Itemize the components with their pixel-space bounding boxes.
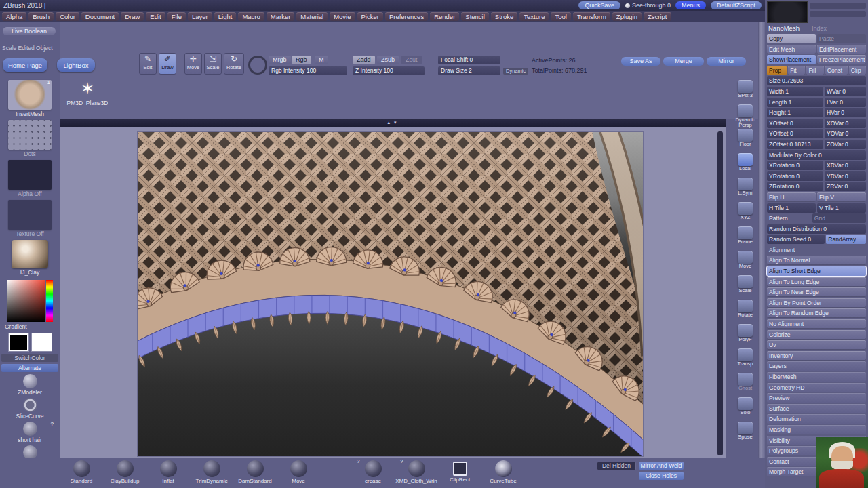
canvas-area[interactable]: [60, 119, 726, 458]
menu-file[interactable]: File: [167, 12, 186, 21]
brush-move[interactable]: Move: [277, 460, 320, 484]
length-1[interactable]: Length 1: [767, 98, 823, 107]
brush-preview-icon[interactable]: [248, 56, 267, 75]
rgb-button[interactable]: Rgb: [292, 56, 311, 64]
dynamic-toggle[interactable]: Dynamic: [503, 68, 528, 75]
yovar-0[interactable]: YOVar 0: [825, 129, 866, 138]
mirror-button[interactable]: Mirror: [707, 57, 746, 66]
draw-size-slider[interactable]: Draw Size 2: [438, 66, 500, 75]
menu-stencil[interactable]: Stencil: [461, 12, 489, 21]
zovar-0[interactable]: ZOVar 0: [825, 140, 866, 149]
v-tile-1[interactable]: V Tile 1: [817, 203, 866, 213]
active-tool-thumbnail[interactable]: [767, 1, 808, 23]
brush-trimdynamic[interactable]: TrimDynamic: [190, 460, 233, 484]
align-to-short-edge[interactable]: Align To Short Edge: [767, 266, 866, 276]
random-distribution-0[interactable]: Random Distribution 0: [767, 224, 866, 234]
current-tool-chip[interactable]: ✶ PM3D_Plane3D: [60, 79, 115, 106]
brush-cliprect[interactable]: ClipRect: [438, 460, 481, 484]
flip-v[interactable]: Flip V: [817, 192, 866, 202]
const[interactable]: Const: [825, 66, 848, 75]
lvar-0[interactable]: LVar 0: [825, 98, 866, 107]
menu-movie[interactable]: Movie: [330, 12, 355, 21]
randarray[interactable]: RandArray: [826, 235, 866, 244]
brush-damstandard[interactable]: DamStandard: [233, 460, 277, 484]
fit[interactable]: Fit: [788, 66, 805, 75]
material-selector[interactable]: IJ_Clay: [0, 240, 60, 276]
width-1[interactable]: Width 1: [767, 87, 823, 96]
menu-render[interactable]: Render: [430, 12, 459, 21]
slicecurve-brush[interactable]: SliceCurve: [0, 398, 60, 420]
grid[interactable]: Grid: [812, 214, 866, 223]
alpha-selector[interactable]: Alpha Off: [0, 160, 60, 197]
menu-light[interactable]: Light: [214, 12, 237, 21]
prop[interactable]: Prop: [767, 66, 787, 75]
align-by-point-order[interactable]: Align By Point Order: [767, 298, 866, 308]
alternate-button[interactable]: Alternate: [1, 364, 58, 372]
menu-transform[interactable]: Transform: [573, 12, 610, 21]
scale-toggle[interactable]: ⇲ Scale: [204, 53, 222, 75]
stroke-dots-selector[interactable]: Dots: [0, 120, 60, 157]
saturation-value-square[interactable]: [7, 280, 45, 322]
focal-shift-slider[interactable]: Focal Shift 0: [438, 56, 500, 64]
zmodeler-brush[interactable]: ZModeler: [0, 374, 60, 396]
deformation[interactable]: Deformation: [767, 414, 866, 424]
short-hair-brush[interactable]: ? short hair: [0, 422, 60, 443]
tool-mini-slider-2[interactable]: [810, 11, 866, 17]
m-button[interactable]: M: [315, 56, 328, 64]
xoffset-0[interactable]: XOffset 0: [767, 119, 823, 128]
move-toggle[interactable]: ✛ Move: [184, 53, 202, 75]
zadd-button[interactable]: Zadd: [353, 56, 375, 64]
menu-zscript[interactable]: Zscript: [644, 12, 671, 21]
align-to-normal[interactable]: Align To Normal: [767, 256, 866, 265]
yoffset-0[interactable]: YOffset 0: [767, 129, 823, 138]
showplacement[interactable]: ShowPlacement: [767, 55, 816, 64]
menu-picker[interactable]: Picker: [357, 12, 383, 21]
menu-color[interactable]: Color: [56, 12, 79, 21]
inventory[interactable]: Inventory: [767, 351, 866, 361]
palette-scrollbar[interactable]: [758, 0, 765, 488]
menu-layer[interactable]: Layer: [188, 12, 212, 21]
yrvar-0[interactable]: YRVar 0: [825, 171, 866, 181]
main-color-swatch[interactable]: [8, 333, 29, 352]
size-0-72693[interactable]: Size 0.72693: [767, 76, 866, 85]
flip-h[interactable]: Flip H: [767, 192, 816, 202]
zsub-button[interactable]: Zsub: [377, 56, 399, 64]
menu-draw[interactable]: Draw: [121, 12, 144, 21]
align-to-long-edge[interactable]: Align To Long Edge: [767, 277, 866, 287]
rgb-intensity-slider[interactable]: Rgb Intensity 100: [269, 66, 347, 75]
quicksave-button[interactable]: QuickSave: [578, 1, 620, 9]
preview[interactable]: Preview: [767, 393, 866, 403]
document-viewport[interactable]: [137, 131, 644, 457]
merge-button[interactable]: Merge: [663, 57, 704, 66]
tool-mini-slider[interactable]: [810, 3, 866, 9]
lightbox-button[interactable]: LightBox: [57, 58, 95, 72]
live-boolean-button[interactable]: Live Boolean: [3, 27, 56, 35]
timeline-bar[interactable]: ▴ ▾: [60, 119, 726, 127]
menu-preferences[interactable]: Preferences: [385, 12, 428, 21]
h-tile-1[interactable]: H Tile 1: [767, 203, 816, 213]
menu-edit[interactable]: Edit: [146, 12, 165, 21]
hvar-0[interactable]: HVar 0: [825, 108, 866, 117]
colorize[interactable]: Colorize: [767, 330, 866, 340]
brush-xmd-cloth-wrin[interactable]: ?XMD_Cloth_Wrin: [395, 460, 438, 484]
insertmesh-brush[interactable]: 1 InsertMesh: [0, 80, 60, 117]
freezeplacement[interactable]: FreezePlacement: [817, 55, 866, 64]
no-alignment[interactable]: No Alignment: [767, 319, 866, 329]
zrvar-0[interactable]: ZRVar 0: [825, 182, 866, 191]
masking[interactable]: Masking: [767, 425, 866, 434]
brush-claybuildup[interactable]: ClayBuildup: [103, 460, 146, 484]
gradient-button[interactable]: Gradient: [0, 323, 60, 330]
hue-strip[interactable]: [46, 280, 53, 322]
xrotation-0[interactable]: XRotation 0: [767, 161, 823, 170]
zrotation-0[interactable]: ZRotation 0: [767, 182, 823, 191]
z-intensity-slider[interactable]: Z Intensity 100: [353, 66, 425, 75]
defaultzscript-button[interactable]: DefaultZScript: [711, 1, 762, 9]
brush-crease[interactable]: ?crease: [351, 460, 395, 484]
menu-macro[interactable]: Macro: [238, 12, 264, 21]
del-hidden-button[interactable]: Del Hidden: [597, 462, 636, 470]
zoffset-0-18713[interactable]: ZOffset 0.18713: [767, 140, 823, 149]
zcut-button[interactable]: Zcut: [401, 56, 422, 64]
sculpt-render[interactable]: [138, 132, 643, 456]
color-picker[interactable]: [5, 280, 55, 322]
menu-stroke[interactable]: Stroke: [491, 12, 517, 21]
